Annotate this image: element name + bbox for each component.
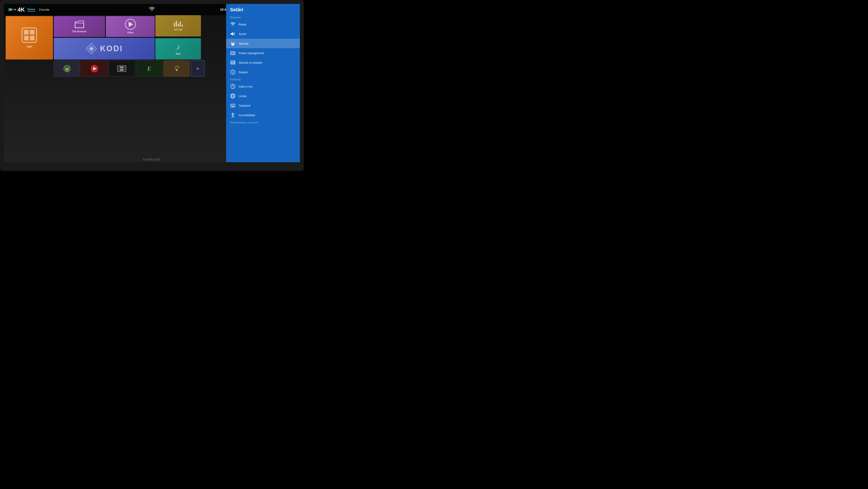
storage-settings-icon	[230, 60, 236, 65]
video-label: Video	[127, 31, 133, 34]
settings-item-stocare[interactable]: Stocare și resetare	[226, 58, 300, 67]
svg-point-22	[231, 42, 231, 42]
svg-point-36	[232, 71, 233, 71]
settings-item-power[interactable]: Power management	[226, 48, 300, 58]
sunet-label: Sunet	[239, 32, 246, 36]
android-apk-icon: +	[63, 65, 71, 73]
nav-favorite[interactable]: Favorite	[39, 8, 49, 11]
svg-rect-9	[66, 71, 67, 72]
svg-rect-50	[232, 106, 232, 106]
svg-rect-49	[231, 106, 231, 106]
tile-kodi[interactable]: KODI	[54, 38, 155, 59]
settings-panel: Setări Dispozitiv Rețea	[226, 4, 300, 162]
music-label: Mus	[176, 52, 181, 55]
music-icon: ♪	[176, 42, 180, 52]
svg-rect-53	[231, 106, 234, 107]
dazn-box: DAZN	[117, 65, 126, 72]
svg-rect-25	[233, 45, 234, 46]
svg-rect-48	[234, 105, 234, 105]
retea-label: Rețea	[239, 23, 246, 26]
app-add-more[interactable]: +	[191, 60, 205, 77]
data-label: Data și ora	[239, 85, 252, 88]
tile-apps[interactable]: Apps	[6, 16, 53, 59]
folder-icon	[74, 20, 85, 29]
tastatura-label: Tastatură	[239, 104, 250, 107]
file-browser-label: File Browser	[72, 30, 87, 33]
limba-label: Limbă	[239, 94, 246, 98]
power-label: Power management	[239, 52, 264, 55]
logo-area: TS UP 4K Home Favorite	[8, 7, 49, 12]
kodi-label: KODI	[100, 44, 123, 53]
accesibilitate-label: Accesibilitate	[239, 114, 255, 117]
app-dazn[interactable]: DAZN	[109, 60, 135, 77]
av-settings-label: A/V set	[174, 28, 183, 31]
svg-rect-16	[231, 33, 232, 34]
settings-section-preferinte: Preferințe	[226, 77, 300, 82]
wifi-icon	[149, 7, 155, 12]
apps-label: Apps	[26, 45, 32, 48]
svg-line-39	[233, 86, 234, 87]
svg-point-32	[234, 61, 235, 62]
svg-rect-45	[231, 105, 231, 105]
svg-line-57	[232, 116, 233, 117]
apps-grid-cell-2	[30, 30, 34, 34]
app-vanced[interactable]	[81, 60, 107, 77]
volume-settings-icon	[230, 31, 236, 37]
stocare-label: Stocare și resetare	[239, 61, 262, 64]
svg-rect-51	[233, 106, 233, 106]
bottom-apps-row: + DAZN E	[54, 60, 205, 77]
android-settings-icon	[230, 40, 236, 46]
settings-item-limba[interactable]: Limbă	[226, 91, 300, 101]
svg-text:+: +	[66, 68, 67, 70]
svg-point-41	[232, 94, 234, 98]
apps-grid-cell-3	[24, 36, 29, 40]
app-emby[interactable]: E	[136, 60, 162, 77]
kodi-container: KODI	[86, 43, 123, 54]
apps-grid-icon	[22, 28, 37, 43]
accessibility-settings-icon	[230, 112, 236, 118]
svg-rect-24	[232, 45, 233, 46]
settings-item-accesibilitate[interactable]: Accesibilitate	[226, 110, 300, 120]
settings-item-tastatura[interactable]: Tastatură	[226, 101, 300, 110]
add-icon	[174, 65, 180, 72]
svg-rect-52	[234, 106, 234, 106]
tile-file-browser[interactable]: File Browser	[54, 16, 105, 37]
time-display: 10:4	[220, 8, 226, 11]
svg-rect-10	[67, 71, 68, 72]
emby-icon: E	[147, 65, 151, 72]
kodi-logo-svg	[86, 43, 97, 54]
nav-home[interactable]: Home	[27, 8, 35, 11]
settings-item-retea[interactable]: Rețea	[226, 20, 300, 29]
svg-point-19	[233, 44, 234, 44]
tile-av-settings[interactable]: A/V set	[155, 15, 201, 36]
settings-item-data[interactable]: Data și ora	[226, 82, 300, 91]
settings-item-despre[interactable]: Despre	[226, 67, 300, 77]
apps-grid-cell-1	[24, 30, 29, 34]
despre-label: Despre	[239, 70, 248, 74]
svg-point-17	[231, 43, 235, 46]
tile-video[interactable]: Video	[106, 16, 155, 37]
play-icon-container	[125, 19, 136, 30]
svg-point-33	[234, 62, 235, 63]
keyboard-settings-icon	[230, 103, 236, 108]
tv-bezel: TS UP 4K Home Favorite 10:4	[0, 0, 304, 171]
settings-item-aplicatii[interactable]: Aplicații	[226, 39, 300, 48]
svg-point-5	[66, 68, 66, 69]
svg-rect-27	[231, 52, 235, 54]
logo-ts: TS	[8, 8, 12, 11]
tile-music[interactable]: ♪ Mus	[155, 38, 201, 59]
svg-rect-47	[233, 105, 233, 105]
settings-section-dispozitiv: Dispozitiv	[226, 15, 300, 20]
settings-section-telecomanda: Telecomandă și accesorii	[226, 120, 300, 125]
dazn-label: DAZN	[120, 66, 123, 71]
vanced-icon	[90, 64, 98, 73]
apps-grid-cell-4	[30, 36, 34, 40]
samsung-logo: SAMSUNG	[143, 158, 161, 161]
settings-item-sunet[interactable]: Sunet	[226, 29, 300, 39]
logo-4k: 4K	[18, 7, 25, 12]
app-add[interactable]	[163, 60, 190, 77]
eq-icon	[174, 21, 183, 27]
svg-line-58	[233, 116, 234, 117]
play-triangle	[129, 22, 133, 27]
app-android-apk[interactable]: +	[54, 60, 80, 77]
